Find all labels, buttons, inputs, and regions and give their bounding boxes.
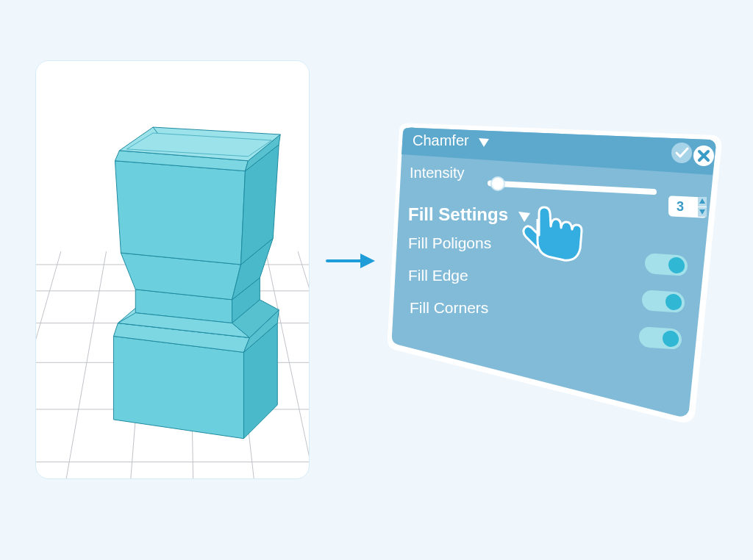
svg-point-36: [491, 177, 504, 190]
option-edge-label: Fill Edge: [408, 267, 468, 284]
svg-marker-24: [115, 161, 245, 265]
section-header[interactable]: Fill Settings: [408, 204, 508, 224]
intensity-value: 3: [677, 199, 684, 214]
panel-title[interactable]: Chamfer: [413, 132, 469, 148]
svg-marker-13: [113, 337, 243, 439]
svg-line-12: [298, 251, 309, 478]
toggle-corners[interactable]: [639, 326, 682, 350]
viewport-card: [35, 60, 310, 479]
intensity-label: Intensity: [410, 165, 464, 181]
option-polygons-label: Fill Poligons: [408, 234, 491, 251]
confirm-button[interactable]: [671, 143, 692, 163]
option-corners-label: Fill Corners: [410, 299, 488, 316]
viewport-svg: [36, 61, 309, 478]
settings-panel-wrap: Chamfer Intensity 3 Fill Settings: [386, 118, 724, 434]
svg-line-7: [64, 251, 107, 478]
svg-point-33: [671, 143, 692, 163]
svg-line-6: [36, 251, 61, 478]
intensity-stepper[interactable]: 3: [668, 195, 707, 218]
toggle-polygons[interactable]: [645, 253, 688, 276]
svg-marker-32: [360, 254, 375, 268]
arrow-icon: [325, 246, 376, 276]
model-3d[interactable]: [113, 127, 280, 439]
toggle-edge[interactable]: [642, 290, 685, 313]
close-button[interactable]: [693, 146, 714, 166]
